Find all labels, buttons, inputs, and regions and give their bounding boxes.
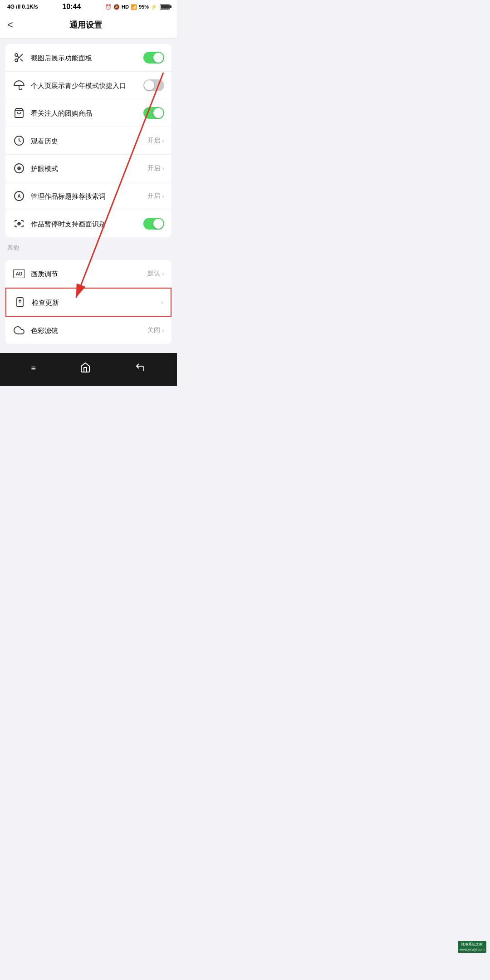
wifi-icon: 📶	[131, 4, 137, 10]
eye-care-label: 护眼模式	[31, 164, 147, 173]
screenshot-panel-toggle[interactable]	[143, 52, 164, 64]
check-update-chevron: ›	[161, 299, 163, 306]
watch-history-chevron: ›	[162, 137, 164, 144]
search-a-icon: A	[13, 190, 25, 202]
setting-manage-search[interactable]: A 管理作品标题推荐搜索词 开启 ›	[5, 182, 172, 210]
youth-mode-control[interactable]	[143, 79, 164, 91]
scene-detect-control[interactable]	[143, 218, 164, 230]
color-filter-label: 色彩滤镜	[31, 326, 147, 335]
setting-quality-adjust[interactable]: AD 画质调节 默认 ›	[5, 260, 172, 288]
bag-icon	[13, 107, 25, 119]
quality-adjust-value[interactable]: 默认 ›	[147, 270, 164, 278]
youth-mode-toggle[interactable]	[143, 79, 164, 91]
status-left: 4G ıll 0.1K/s	[7, 4, 38, 10]
manage-search-chevron: ›	[162, 192, 164, 200]
scene-detect-toggle[interactable]	[143, 218, 164, 230]
svg-point-9	[19, 168, 20, 169]
manage-search-value[interactable]: 开启 ›	[147, 192, 164, 200]
setting-group-buy[interactable]: 看关注人的团购商品	[5, 99, 172, 127]
manage-search-label: 管理作品标题推荐搜索词	[31, 191, 147, 201]
color-filter-status: 关闭	[147, 326, 160, 334]
svg-line-3	[20, 59, 23, 61]
screenshot-panel-control[interactable]	[143, 52, 164, 64]
page-title: 通用设置	[17, 20, 155, 30]
eye-care-status: 开启	[147, 164, 160, 172]
color-filter-value[interactable]: 关闭 ›	[147, 326, 164, 334]
svg-point-13	[19, 223, 20, 224]
ad-icon: AD	[13, 267, 25, 280]
watch-history-status: 开启	[147, 137, 160, 145]
alarm-icon: ⏰	[105, 4, 112, 10]
scene-detect-label: 作品暂停时支持画面识别	[31, 219, 143, 229]
setting-youth-mode[interactable]: 个人页展示青少年模式快捷入口	[5, 72, 172, 99]
back-nav-button[interactable]	[126, 359, 155, 378]
setting-color-filter[interactable]: 色彩滤镜 关闭 ›	[5, 317, 172, 344]
svg-point-0	[15, 54, 18, 56]
status-time: 10:44	[62, 3, 81, 11]
check-update-value[interactable]: ›	[161, 299, 163, 306]
status-bar: 4G ıll 0.1K/s 10:44 ⏰ 🔕 HD 📶 95% ⚡	[0, 0, 177, 13]
color-filter-chevron: ›	[162, 327, 164, 334]
battery-percent: 95%	[139, 4, 149, 10]
upload-icon	[14, 296, 26, 309]
setting-watch-history[interactable]: 观看历史 开启 ›	[5, 127, 172, 155]
scissors-icon	[13, 51, 25, 64]
setting-scene-detect[interactable]: 作品暂停时支持画面识别	[5, 210, 172, 237]
setting-screenshot-panel[interactable]: 截图后展示功能面板	[5, 44, 172, 72]
network-speed: 0.1K/s	[22, 4, 38, 10]
youth-mode-label: 个人页展示青少年模式快捷入口	[31, 81, 143, 90]
eye-icon	[13, 162, 25, 175]
cloud-icon	[13, 324, 25, 337]
svg-line-4	[17, 56, 19, 58]
battery-icon	[160, 4, 170, 10]
quality-adjust-chevron: ›	[162, 270, 164, 277]
check-update-label: 检查更新	[32, 298, 161, 307]
quality-adjust-status: 默认	[147, 270, 160, 278]
svg-point-1	[15, 59, 18, 62]
svg-text:A: A	[17, 194, 20, 199]
network-signal: 4G ıll	[7, 4, 20, 10]
back-button[interactable]: <	[7, 17, 17, 33]
quality-adjust-label: 画质调节	[31, 269, 147, 279]
group-buy-label: 看关注人的团购商品	[31, 108, 143, 118]
menu-button[interactable]: ≡	[22, 361, 45, 376]
hd-icon: HD	[122, 4, 129, 10]
scan-icon	[13, 217, 25, 230]
group-buy-toggle[interactable]	[143, 107, 164, 119]
charging-icon: ⚡	[151, 4, 157, 10]
nav-bar: ≡	[0, 353, 177, 386]
clock-icon	[13, 134, 25, 147]
section-other-label: 其他	[0, 237, 177, 255]
manage-search-status: 开启	[147, 192, 160, 200]
group-buy-control[interactable]	[143, 107, 164, 119]
setting-eye-care[interactable]: 护眼模式 开启 ›	[5, 155, 172, 182]
other-settings-card: AD 画质调节 默认 › 检查更新 ›	[5, 260, 172, 344]
bell-off-icon: 🔕	[113, 4, 120, 10]
main-settings-card: 截图后展示功能面板 个人页展示青少年模式快捷入口	[5, 44, 172, 237]
umbrella-icon	[13, 79, 25, 92]
eye-care-chevron: ›	[162, 165, 164, 172]
watch-history-label: 观看历史	[31, 136, 147, 146]
watch-history-value[interactable]: 开启 ›	[147, 137, 164, 145]
eye-care-value[interactable]: 开启 ›	[147, 164, 164, 172]
screenshot-panel-label: 截图后展示功能面板	[31, 53, 143, 63]
status-right: ⏰ 🔕 HD 📶 95% ⚡	[105, 4, 170, 10]
setting-check-update[interactable]: 检查更新 ›	[5, 288, 172, 317]
home-button[interactable]	[71, 359, 100, 378]
header: < 通用设置	[0, 13, 177, 39]
